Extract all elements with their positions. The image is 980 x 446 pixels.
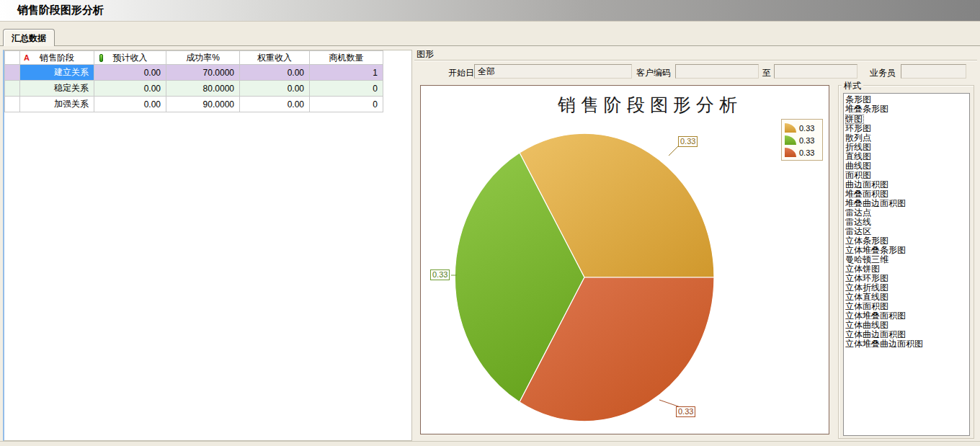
sort-ascending-icon: A — [24, 53, 30, 62]
chart-title: 销售阶段图形分析 — [471, 93, 829, 117]
stage-cell[interactable]: 建立关系 — [20, 65, 94, 81]
chart-area: 销售阶段图形分析 0.33 0.33 0.33 0.33 0.33 0.33 — [420, 85, 829, 434]
column-header-success-rate[interactable]: 成功率% — [166, 51, 240, 65]
expected-income-cell[interactable]: 0.00 — [94, 97, 166, 112]
chart-legend: 0.33 0.33 0.33 — [781, 119, 823, 161]
callout-line-orange — [669, 146, 678, 156]
tab-summary-data[interactable]: 汇总数据 — [3, 29, 55, 46]
main-content: A 销售阶段 预计收入 成功率% 权重收入 商机数量 建立关系 0.00 70.… — [0, 45, 980, 441]
legend-item: 0.33 — [785, 148, 819, 157]
salesman-label: 业务员 — [870, 67, 896, 79]
success-rate-cell[interactable]: 90.0000 — [166, 97, 240, 112]
table-row[interactable]: 加强关系 0.00 90.0000 0.00 0 — [5, 97, 383, 112]
data-label-orange: 0.33 — [678, 136, 698, 147]
salesman-input[interactable] — [901, 64, 966, 79]
sales-stage-table: A 销售阶段 预计收入 成功率% 权重收入 商机数量 建立关系 0.00 70.… — [4, 50, 383, 112]
row-indicator-cell[interactable] — [5, 81, 20, 97]
expected-income-cell[interactable]: 0.00 — [94, 81, 166, 97]
success-rate-cell[interactable]: 70.0000 — [166, 65, 240, 81]
opportunity-count-cell[interactable]: 1 — [310, 65, 383, 81]
legend-item: 0.33 — [785, 123, 819, 133]
data-label-red: 0.33 — [676, 406, 695, 417]
group-separator — [414, 60, 977, 61]
data-label-green: 0.33 — [430, 269, 450, 280]
legend-item: 0.33 — [785, 135, 819, 145]
style-group-label: 样式 — [842, 80, 863, 92]
window-title-bar: 销售阶段图形分析 — [0, 0, 980, 22]
customer-code-to-input[interactable] — [774, 64, 858, 79]
tab-strip: 汇总数据 — [0, 22, 980, 45]
summary-grid-panel: A 销售阶段 预计收入 成功率% 权重收入 商机数量 建立关系 0.00 70.… — [3, 50, 412, 441]
to-label: 至 — [762, 67, 771, 79]
weighted-income-cell[interactable]: 0.00 — [240, 97, 310, 112]
column-header-opportunity-count[interactable]: 商机数量 — [310, 51, 383, 65]
table-header-row: A 销售阶段 预计收入 成功率% 权重收入 商机数量 — [5, 51, 383, 65]
style-group: 样式 条形图 堆叠条形图 饼图 环形图 散列点 折线图 直线图 曲线图 面积图 … — [838, 80, 974, 439]
filter-indicator-icon — [99, 54, 103, 62]
bottom-strip — [0, 441, 980, 446]
column-header-weighted-income[interactable]: 权重收入 — [240, 51, 310, 65]
legend-swatch-green-icon — [785, 135, 796, 145]
style-option[interactable]: 立体堆叠曲边面积图 — [845, 339, 969, 349]
legend-swatch-orange-icon — [785, 123, 796, 133]
column-header-stage[interactable]: A 销售阶段 — [20, 51, 94, 65]
page-title: 销售阶段图形分析 — [0, 4, 104, 17]
graph-group-label: 图形 — [416, 48, 434, 61]
success-rate-cell[interactable]: 80.0000 — [166, 81, 240, 97]
opportunity-count-cell[interactable]: 0 — [310, 97, 383, 112]
row-indicator-header — [5, 51, 20, 65]
legend-swatch-red-icon — [785, 148, 796, 157]
start-date-combo[interactable] — [474, 64, 632, 79]
weighted-income-cell[interactable]: 0.00 — [240, 81, 310, 97]
table-row[interactable]: 稳定关系 0.00 80.0000 0.00 0 — [5, 81, 383, 97]
pie-chart — [421, 86, 830, 435]
graph-panel: 图形 开始日期 客户编码 至 业务员 — [414, 48, 977, 442]
table-row[interactable]: 建立关系 0.00 70.0000 0.00 1 — [5, 65, 383, 81]
weighted-income-cell[interactable]: 0.00 — [240, 65, 310, 81]
style-option[interactable]: 堆叠条形图 — [845, 104, 969, 114]
customer-code-label: 客户编码 — [636, 67, 671, 79]
expected-income-cell[interactable]: 0.00 — [94, 65, 166, 81]
row-indicator-cell[interactable] — [5, 97, 20, 112]
stage-cell[interactable]: 稳定关系 — [20, 81, 94, 97]
customer-code-from-input[interactable] — [675, 64, 759, 79]
stage-cell[interactable]: 加强关系 — [20, 97, 94, 112]
opportunity-count-cell[interactable]: 0 — [310, 81, 383, 97]
chart-style-listbox[interactable]: 条形图 堆叠条形图 饼图 环形图 散列点 折线图 直线图 曲线图 面积图 曲边面… — [843, 93, 970, 436]
column-header-expected-income[interactable]: 预计收入 — [94, 51, 166, 65]
row-indicator-cell[interactable] — [5, 65, 20, 81]
